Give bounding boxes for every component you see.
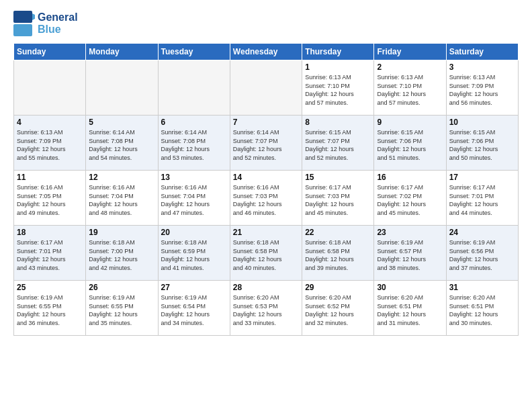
day-number: 29 xyxy=(305,283,371,292)
day-number: 28 xyxy=(233,283,299,292)
day-info: Sunrise: 6:13 AM Sunset: 7:10 PM Dayligh… xyxy=(305,73,371,107)
calendar-cell: 18Sunrise: 6:17 AM Sunset: 7:01 PM Dayli… xyxy=(14,226,86,281)
calendar-cell: 21Sunrise: 6:18 AM Sunset: 6:58 PM Dayli… xyxy=(230,226,302,281)
calendar-cell: 2Sunrise: 6:13 AM Sunset: 7:10 PM Daylig… xyxy=(374,60,446,116)
calendar-cell xyxy=(14,60,86,116)
weekday-header-wednesday: Wednesday xyxy=(230,44,302,60)
day-number: 23 xyxy=(377,228,443,237)
day-info: Sunrise: 6:18 AM Sunset: 7:00 PM Dayligh… xyxy=(89,238,154,272)
day-info: Sunrise: 6:17 AM Sunset: 7:01 PM Dayligh… xyxy=(449,183,515,217)
day-info: Sunrise: 6:14 AM Sunset: 7:08 PM Dayligh… xyxy=(161,128,227,162)
calendar-cell: 22Sunrise: 6:18 AM Sunset: 6:58 PM Dayli… xyxy=(302,226,374,281)
calendar-week-row: 4Sunrise: 6:13 AM Sunset: 7:09 PM Daylig… xyxy=(14,116,519,171)
day-number: 26 xyxy=(89,283,154,292)
day-number: 7 xyxy=(233,118,299,127)
day-number: 15 xyxy=(305,173,371,182)
day-info: Sunrise: 6:19 AM Sunset: 6:55 PM Dayligh… xyxy=(89,293,154,327)
day-info: Sunrise: 6:20 AM Sunset: 6:52 PM Dayligh… xyxy=(305,293,371,327)
day-info: Sunrise: 6:18 AM Sunset: 6:58 PM Dayligh… xyxy=(305,238,371,272)
calendar-cell: 6Sunrise: 6:14 AM Sunset: 7:08 PM Daylig… xyxy=(158,116,230,171)
day-info: Sunrise: 6:13 AM Sunset: 7:09 PM Dayligh… xyxy=(449,73,515,107)
calendar-cell: 1Sunrise: 6:13 AM Sunset: 7:10 PM Daylig… xyxy=(302,60,374,116)
calendar-week-row: 11Sunrise: 6:16 AM Sunset: 7:05 PM Dayli… xyxy=(14,171,519,226)
calendar-cell: 23Sunrise: 6:19 AM Sunset: 6:57 PM Dayli… xyxy=(374,226,446,281)
day-info: Sunrise: 6:19 AM Sunset: 6:54 PM Dayligh… xyxy=(161,293,227,327)
day-info: Sunrise: 6:19 AM Sunset: 6:56 PM Dayligh… xyxy=(449,238,515,272)
calendar-table: SundayMondayTuesdayWednesdayThursdayFrid… xyxy=(13,43,519,336)
day-info: Sunrise: 6:15 AM Sunset: 7:06 PM Dayligh… xyxy=(449,128,515,162)
calendar-cell: 20Sunrise: 6:18 AM Sunset: 6:59 PM Dayli… xyxy=(158,226,230,281)
day-number: 22 xyxy=(305,228,371,237)
logo: General Blue xyxy=(13,11,78,36)
day-info: Sunrise: 6:20 AM Sunset: 6:53 PM Dayligh… xyxy=(233,293,299,327)
calendar-cell: 17Sunrise: 6:17 AM Sunset: 7:01 PM Dayli… xyxy=(446,171,518,226)
calendar-cell xyxy=(86,60,158,116)
calendar-cell: 30Sunrise: 6:20 AM Sunset: 6:51 PM Dayli… xyxy=(374,281,446,336)
weekday-header-sunday: Sunday xyxy=(14,44,86,60)
weekday-header-thursday: Thursday xyxy=(302,44,374,60)
day-info: Sunrise: 6:16 AM Sunset: 7:04 PM Dayligh… xyxy=(161,183,227,217)
calendar-cell: 3Sunrise: 6:13 AM Sunset: 7:09 PM Daylig… xyxy=(446,60,518,116)
day-info: Sunrise: 6:19 AM Sunset: 6:57 PM Dayligh… xyxy=(377,238,443,272)
day-info: Sunrise: 6:16 AM Sunset: 7:03 PM Dayligh… xyxy=(233,183,299,217)
calendar-cell: 24Sunrise: 6:19 AM Sunset: 6:56 PM Dayli… xyxy=(446,226,518,281)
logo-icon xyxy=(13,11,35,36)
day-number: 10 xyxy=(449,118,515,127)
calendar-cell: 28Sunrise: 6:20 AM Sunset: 6:53 PM Dayli… xyxy=(230,281,302,336)
day-number: 8 xyxy=(305,118,371,127)
calendar-cell: 13Sunrise: 6:16 AM Sunset: 7:04 PM Dayli… xyxy=(158,171,230,226)
calendar-cell: 19Sunrise: 6:18 AM Sunset: 7:00 PM Dayli… xyxy=(86,226,158,281)
weekday-header-saturday: Saturday xyxy=(446,44,518,60)
day-number: 16 xyxy=(377,173,443,182)
day-number: 30 xyxy=(377,283,443,292)
calendar-cell: 7Sunrise: 6:14 AM Sunset: 7:07 PM Daylig… xyxy=(230,116,302,171)
calendar-cell: 5Sunrise: 6:14 AM Sunset: 7:08 PM Daylig… xyxy=(86,116,158,171)
day-number: 6 xyxy=(161,118,227,127)
day-info: Sunrise: 6:17 AM Sunset: 7:01 PM Dayligh… xyxy=(17,238,83,272)
day-info: Sunrise: 6:20 AM Sunset: 6:51 PM Dayligh… xyxy=(449,293,515,327)
day-number: 18 xyxy=(17,228,83,237)
day-number: 11 xyxy=(17,173,83,182)
calendar-cell: 10Sunrise: 6:15 AM Sunset: 7:06 PM Dayli… xyxy=(446,116,518,171)
day-number: 20 xyxy=(161,228,227,237)
day-info: Sunrise: 6:14 AM Sunset: 7:07 PM Dayligh… xyxy=(233,128,299,162)
header: General Blue xyxy=(13,11,519,36)
calendar-cell: 27Sunrise: 6:19 AM Sunset: 6:54 PM Dayli… xyxy=(158,281,230,336)
weekday-header-friday: Friday xyxy=(374,44,446,60)
calendar-week-row: 25Sunrise: 6:19 AM Sunset: 6:55 PM Dayli… xyxy=(14,281,519,336)
day-number: 27 xyxy=(161,283,227,292)
day-info: Sunrise: 6:18 AM Sunset: 6:59 PM Dayligh… xyxy=(161,238,227,272)
calendar-cell: 8Sunrise: 6:15 AM Sunset: 7:07 PM Daylig… xyxy=(302,116,374,171)
day-info: Sunrise: 6:13 AM Sunset: 7:09 PM Dayligh… xyxy=(17,128,83,162)
svg-rect-1 xyxy=(13,24,32,36)
logo-text-line2: Blue xyxy=(38,24,78,36)
calendar-cell: 29Sunrise: 6:20 AM Sunset: 6:52 PM Dayli… xyxy=(302,281,374,336)
day-info: Sunrise: 6:20 AM Sunset: 6:51 PM Dayligh… xyxy=(377,293,443,327)
day-number: 1 xyxy=(305,62,371,72)
calendar-cell: 4Sunrise: 6:13 AM Sunset: 7:09 PM Daylig… xyxy=(14,116,86,171)
day-number: 4 xyxy=(17,118,83,127)
day-number: 21 xyxy=(233,228,299,237)
day-number: 14 xyxy=(233,173,299,182)
day-info: Sunrise: 6:19 AM Sunset: 6:55 PM Dayligh… xyxy=(17,293,83,327)
logo-text-line1: General xyxy=(38,11,78,24)
svg-rect-0 xyxy=(13,11,32,23)
calendar-cell: 26Sunrise: 6:19 AM Sunset: 6:55 PM Dayli… xyxy=(86,281,158,336)
calendar-cell xyxy=(158,60,230,116)
weekday-header-monday: Monday xyxy=(86,44,158,60)
day-number: 3 xyxy=(449,62,515,72)
svg-marker-2 xyxy=(32,13,35,20)
day-number: 2 xyxy=(377,62,443,72)
day-info: Sunrise: 6:15 AM Sunset: 7:06 PM Dayligh… xyxy=(377,128,443,162)
day-number: 24 xyxy=(449,228,515,237)
calendar-cell: 15Sunrise: 6:17 AM Sunset: 7:03 PM Dayli… xyxy=(302,171,374,226)
calendar-cell: 25Sunrise: 6:19 AM Sunset: 6:55 PM Dayli… xyxy=(14,281,86,336)
day-number: 17 xyxy=(449,173,515,182)
day-number: 12 xyxy=(89,173,154,182)
day-info: Sunrise: 6:15 AM Sunset: 7:07 PM Dayligh… xyxy=(305,128,371,162)
day-info: Sunrise: 6:17 AM Sunset: 7:02 PM Dayligh… xyxy=(377,183,443,217)
calendar-cell: 31Sunrise: 6:20 AM Sunset: 6:51 PM Dayli… xyxy=(446,281,518,336)
calendar-cell: 11Sunrise: 6:16 AM Sunset: 7:05 PM Dayli… xyxy=(14,171,86,226)
day-number: 9 xyxy=(377,118,443,127)
calendar-cell: 9Sunrise: 6:15 AM Sunset: 7:06 PM Daylig… xyxy=(374,116,446,171)
